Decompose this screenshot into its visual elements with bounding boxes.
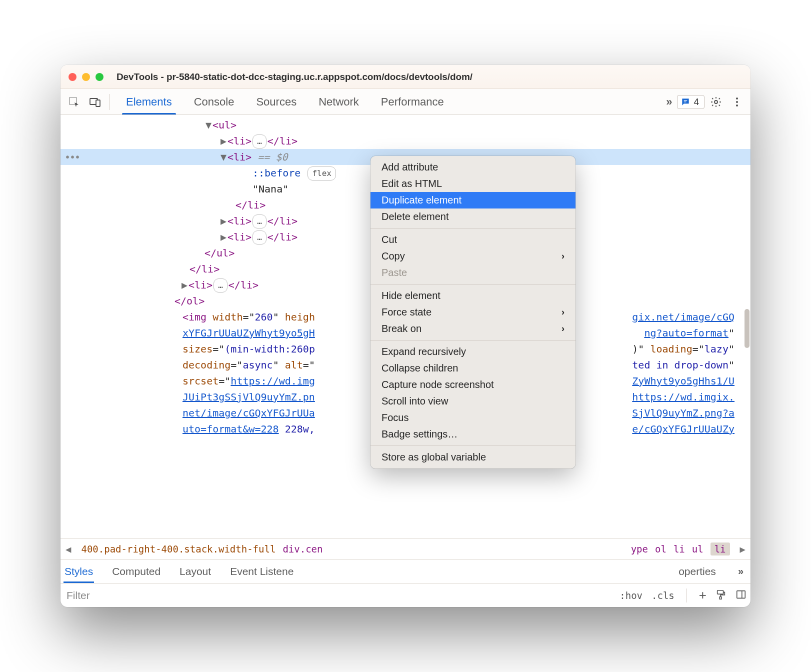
scrollbar-thumb[interactable]	[744, 309, 750, 348]
gutter-dots-icon[interactable]: •••	[64, 149, 80, 165]
li-collapsed[interactable]: <li>	[188, 279, 212, 291]
context-menu-label: Scroll into view	[382, 396, 448, 407]
context-menu-item[interactable]: Cut	[370, 232, 576, 248]
li-collapsed[interactable]: <li>	[228, 231, 252, 243]
context-menu-label: Store as global variable	[382, 452, 486, 463]
context-menu-label: Capture node screenshot	[382, 379, 494, 390]
styles-tabs: Styles Computed Layout Event Listene ope…	[60, 559, 750, 583]
tabs-overflow-icon[interactable]: »	[663, 96, 675, 108]
styles-tab-event-listeners[interactable]: Event Listene	[230, 560, 294, 583]
context-menu-label: Add attribute	[382, 162, 438, 173]
issues-icon	[680, 97, 690, 107]
main-toolbar: Elements Console Sources Network Perform…	[60, 89, 750, 115]
context-menu-item[interactable]: Delete element	[370, 208, 576, 225]
cls-toggle[interactable]: .cls	[652, 590, 674, 601]
breadcrumb-item[interactable]: ol	[655, 544, 666, 554]
breadcrumb-item[interactable]: ul	[692, 544, 704, 554]
context-menu-separator	[370, 228, 576, 228]
styles-tab-layout[interactable]: Layout	[180, 560, 211, 583]
flex-badge[interactable]: flex	[308, 166, 336, 180]
issues-badge[interactable]: 4	[677, 95, 704, 109]
zoom-window-button[interactable]	[96, 73, 104, 81]
collapsed-badge[interactable]: …	[252, 134, 266, 148]
context-menu-label: Copy	[382, 250, 405, 262]
breadcrumb-item[interactable]: li	[674, 544, 685, 554]
svg-point-6	[736, 98, 738, 100]
toolbar-separator	[110, 94, 110, 110]
context-menu-item[interactable]: Store as global variable	[370, 449, 576, 466]
tab-sources[interactable]: Sources	[245, 89, 308, 114]
pseudo-before[interactable]: ::before	[252, 167, 300, 179]
breadcrumb-item-active[interactable]: li	[710, 542, 730, 556]
context-menu-label: Break on	[382, 323, 422, 334]
panel-tabs: Elements Console Sources Network Perform…	[115, 89, 661, 114]
li-close: </li>	[190, 263, 220, 275]
svg-rect-2	[96, 100, 100, 106]
tab-network[interactable]: Network	[308, 89, 370, 114]
close-window-button[interactable]	[68, 73, 76, 81]
tab-elements[interactable]: Elements	[115, 89, 183, 114]
breadcrumb-classes[interactable]: 400.pad-right-400.stack.width-full	[81, 544, 276, 554]
breadcrumb-right-arrow[interactable]: ▶	[737, 544, 748, 554]
context-menu-item[interactable]: Hide element	[370, 288, 576, 304]
ol-close: </ol>	[174, 295, 204, 307]
context-menu-item[interactable]: Capture node screenshot	[370, 376, 576, 393]
context-menu-label: Focus	[382, 412, 408, 424]
context-menu-separator	[370, 340, 576, 340]
hov-toggle[interactable]: :hov	[620, 590, 642, 601]
selected-indicator: == $0	[252, 151, 288, 163]
svg-point-5	[714, 100, 718, 104]
svg-point-8	[736, 104, 738, 106]
minimize-window-button[interactable]	[82, 73, 90, 81]
traffic-lights	[68, 73, 104, 81]
computed-sidebar-icon[interactable]	[736, 589, 746, 602]
li-collapsed[interactable]: <li>	[228, 135, 252, 147]
context-menu-label: Expand recursively	[382, 346, 466, 358]
context-menu-label: Paste	[382, 267, 407, 278]
breadcrumb-bar: ◀ 400.pad-right-400.stack.width-full div…	[60, 538, 750, 559]
context-menu-separator	[370, 284, 576, 284]
breadcrumb-left-arrow[interactable]: ◀	[62, 544, 74, 554]
context-menu-label: Force state	[382, 306, 432, 318]
tab-performance[interactable]: Performance	[370, 89, 455, 114]
context-menu-item[interactable]: Copy›	[370, 248, 576, 264]
ul-close: </ul>	[204, 247, 234, 259]
context-menu-separator	[370, 446, 576, 446]
context-menu-label: Cut	[382, 234, 397, 246]
svg-point-7	[736, 101, 738, 103]
svg-rect-11	[737, 590, 746, 598]
inspect-icon[interactable]	[64, 92, 84, 112]
kebab-menu-icon[interactable]	[728, 92, 746, 112]
styles-tab-styles[interactable]: Styles	[64, 560, 93, 583]
context-menu-label: Collapse children	[382, 362, 458, 374]
styles-filter-input[interactable]	[64, 590, 620, 602]
context-menu-item[interactable]: Duplicate element	[370, 192, 576, 208]
context-menu-item[interactable]: Force state›	[370, 304, 576, 320]
device-toolbar-icon[interactable]	[86, 92, 104, 112]
paint-icon[interactable]	[716, 589, 726, 602]
context-menu-item[interactable]: Scroll into view	[370, 393, 576, 410]
li-collapsed[interactable]: <li>	[228, 215, 252, 227]
chevron-right-icon: ›	[562, 307, 564, 318]
context-menu-label: Badge settings…	[382, 428, 458, 440]
context-menu-item[interactable]: Collapse children	[370, 360, 576, 376]
text-node[interactable]: "Nana"	[252, 183, 288, 195]
styles-tabs-overflow-icon[interactable]: »	[735, 566, 746, 577]
ul-open-tag[interactable]: <ul>	[212, 119, 236, 131]
breadcrumb-item[interactable]: ype	[631, 544, 648, 554]
settings-icon[interactable]	[706, 92, 726, 112]
breadcrumb-item[interactable]: div.cen	[282, 544, 322, 554]
context-menu-item[interactable]: Break on›	[370, 320, 576, 337]
context-menu-item[interactable]: Edit as HTML	[370, 176, 576, 192]
tab-console[interactable]: Console	[183, 89, 246, 114]
context-menu-item[interactable]: Badge settings…	[370, 426, 576, 442]
context-menu: Add attributeEdit as HTMLDuplicate eleme…	[370, 156, 576, 468]
context-menu-item[interactable]: Focus	[370, 410, 576, 426]
context-menu-item[interactable]: Expand recursively	[370, 344, 576, 360]
context-menu-label: Delete element	[382, 211, 449, 222]
devtools-window: DevTools - pr-5840-static-dot-dcc-stagin…	[60, 65, 750, 607]
context-menu-item[interactable]: Add attribute	[370, 159, 576, 176]
styles-tab-properties[interactable]: operties	[678, 560, 716, 583]
styles-tab-computed[interactable]: Computed	[112, 560, 160, 583]
new-style-rule-icon[interactable]: +	[699, 588, 706, 603]
